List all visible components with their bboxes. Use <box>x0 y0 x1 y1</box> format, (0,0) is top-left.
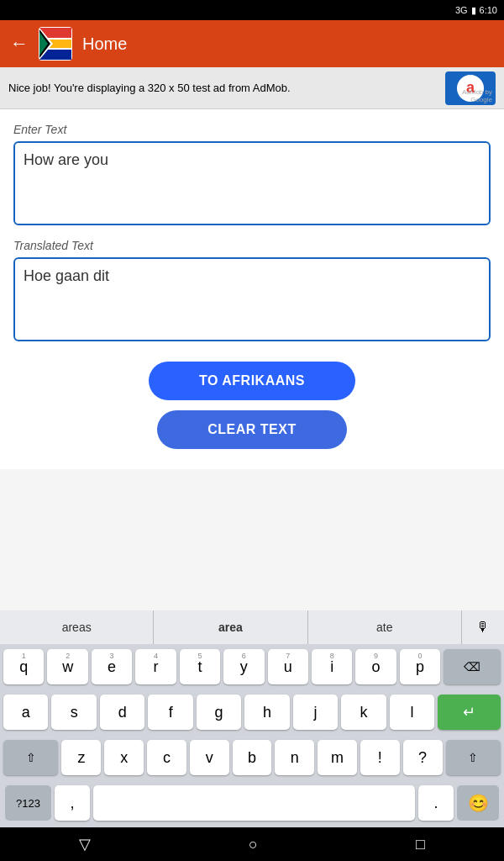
ad-title-text: Nice job! You're displaying a 320 x 50 t… <box>8 82 445 94</box>
ad-banner: Nice job! You're displaying a 320 x 50 t… <box>0 67 504 109</box>
period-key[interactable]: . <box>418 785 454 821</box>
key-o[interactable]: 9o <box>355 649 396 684</box>
keyboard: areas area ate 🎙 1q 2w 3e 4r 5t 6y 7u 8i… <box>0 610 504 827</box>
key-h[interactable]: h <box>244 695 289 730</box>
nav-home-icon[interactable]: ○ <box>249 836 258 853</box>
mic-icon[interactable]: 🎙 <box>462 620 504 635</box>
key-j[interactable]: j <box>293 695 338 730</box>
key-b[interactable]: b <box>233 740 272 775</box>
page-title: Home <box>82 34 127 54</box>
key-s[interactable]: s <box>51 695 96 730</box>
top-bar: ← Home <box>0 20 504 67</box>
key-z[interactable]: z <box>61 740 101 775</box>
key-d[interactable]: d <box>100 695 144 730</box>
input-text-box[interactable]: How are you <box>13 141 491 225</box>
key-f[interactable]: f <box>148 695 192 730</box>
key-v[interactable]: v <box>190 740 229 775</box>
key-x[interactable]: x <box>104 740 144 775</box>
key-e[interactable]: 3e <box>92 649 132 684</box>
space-key[interactable] <box>93 785 415 821</box>
nav-back-icon[interactable]: ▽ <box>79 835 91 853</box>
back-button[interactable]: ← <box>10 33 29 55</box>
return-key[interactable]: ↵ <box>438 695 501 730</box>
key-t[interactable]: 5t <box>180 649 220 684</box>
key-y[interactable]: 6y <box>223 649 264 684</box>
enter-text-label: Enter Text <box>13 123 491 136</box>
suggestion-ate[interactable]: ate <box>308 610 462 644</box>
key-q[interactable]: 1q <box>3 649 44 684</box>
main-content: Enter Text How are you Translated Text H… <box>0 109 504 469</box>
number-row: 1q 2w 3e 4r 5t 6y 7u 8i 9o 0p ⌫ <box>0 644 504 689</box>
key-p[interactable]: 0p <box>400 649 440 684</box>
comma-key[interactable]: , <box>55 785 90 821</box>
ad-text: Nice job! You're displaying a 320 x 50 t… <box>8 82 445 94</box>
key-n[interactable]: n <box>275 740 314 775</box>
key-c[interactable]: c <box>147 740 186 775</box>
suggestion-areas[interactable]: areas <box>0 610 154 644</box>
signal-indicator: 3G <box>455 5 468 15</box>
status-bar: 3G ▮ 6:10 <box>0 0 504 20</box>
key-i[interactable]: 8i <box>312 649 352 684</box>
translated-text-label: Translated Text <box>13 239 491 252</box>
ad-logo: a AdMob by Google <box>445 71 496 105</box>
key-a[interactable]: a <box>3 695 48 730</box>
backspace-key[interactable]: ⌫ <box>444 649 501 684</box>
middle-row: a s d f g h j k l ↵ <box>0 689 504 735</box>
key-r[interactable]: 4r <box>135 649 176 684</box>
action-buttons: TO AFRIKAANS CLEAR TEXT <box>13 355 491 456</box>
key-u[interactable]: 7u <box>268 649 308 684</box>
space-row: ?123 , . 😊 <box>0 780 504 827</box>
key-exclamation[interactable]: ! <box>360 740 400 775</box>
suggestion-area[interactable]: area <box>154 610 307 644</box>
time-display: 6:10 <box>480 5 497 15</box>
nav-recent-icon[interactable]: □ <box>416 836 425 853</box>
key-k[interactable]: k <box>341 695 386 730</box>
key-question[interactable]: ? <box>403 740 443 775</box>
key-w[interactable]: 2w <box>47 649 87 684</box>
clear-text-button[interactable]: CLEAR TEXT <box>157 410 346 449</box>
translated-text-box: Hoe gaan dit <box>13 257 491 341</box>
emoji-key[interactable]: 😊 <box>457 785 499 821</box>
shift-key-left[interactable]: ⇧ <box>3 740 58 775</box>
bottom-nav: ▽ ○ □ <box>0 827 504 861</box>
shift-key-right[interactable]: ⇧ <box>446 740 501 775</box>
ad-by-google: AdMob by Google <box>445 88 492 103</box>
bottom-letter-row: ⇧ z x c v b n m ! ? ⇧ <box>0 735 504 780</box>
key-g[interactable]: g <box>197 695 241 730</box>
key-l[interactable]: l <box>390 695 434 730</box>
suggestions-row: areas area ate 🎙 <box>0 610 504 644</box>
battery-icon: ▮ <box>471 5 476 16</box>
flag-icon <box>39 27 72 61</box>
translate-button[interactable]: TO AFRIKAANS <box>149 362 355 400</box>
symbols-key[interactable]: ?123 <box>5 785 51 821</box>
key-m[interactable]: m <box>318 740 357 775</box>
